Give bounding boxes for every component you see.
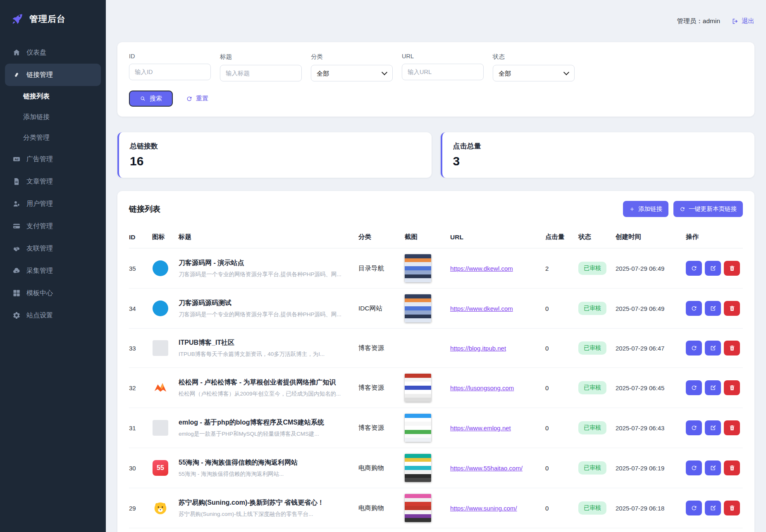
title-input[interactable] (220, 65, 302, 81)
url-input[interactable] (402, 64, 484, 80)
cell-icon (152, 260, 179, 277)
cell-created-time: 2025-07-29 06:47 (616, 345, 686, 352)
sidebar-item[interactable]: 采集管理 (0, 260, 106, 282)
sidebar-item[interactable]: 用户管理 (0, 193, 106, 215)
cell-screenshot (405, 454, 450, 482)
sidebar-item[interactable]: 分类管理 (0, 127, 106, 148)
edit-link-button[interactable] (705, 420, 721, 435)
cell-status: 已审核 (578, 341, 616, 355)
delete-link-button[interactable] (724, 380, 740, 395)
cell-status: 已审核 (578, 302, 616, 315)
cell-title: 松松网 - 卢松松博客 - 为草根创业者提供网络推广知识松松网（卢松松博客）从2… (179, 378, 358, 398)
reset-button[interactable]: 重置 (186, 95, 208, 103)
refresh-link-button[interactable] (686, 420, 702, 435)
sidebar-item[interactable]: 模板中心 (0, 282, 106, 304)
refresh-link-icon (691, 305, 697, 312)
template-icon (12, 289, 21, 297)
category-select[interactable]: 全部 (311, 65, 393, 81)
settings-icon (12, 311, 21, 320)
sidebar-item[interactable]: Ad广告管理 (0, 148, 106, 170)
search-button[interactable]: 搜索 (129, 91, 173, 107)
edit-link-button[interactable] (705, 341, 721, 355)
admin-app: 管理后台 仪表盘链接管理链接列表添加链接分类管理Ad广告管理文章管理用户管理支付… (0, 0, 766, 532)
status-select[interactable]: 全部 (493, 65, 575, 81)
edit-link-button[interactable] (705, 501, 721, 515)
cell-id: 35 (129, 265, 152, 272)
id-input[interactable] (129, 64, 211, 80)
cell-created-time: 2025-07-29 06:43 (616, 425, 686, 432)
table-header-row: ID图标标题分类截图URL点击量状态创建时间操作 (129, 227, 743, 248)
table-row: 33ITPUB博客_IT社区ITPUB博客每天千余篇博文新资讯，40多万活跃博主… (129, 329, 743, 368)
ad-icon: Ad (12, 155, 21, 163)
sidebar-item[interactable]: 链接管理 (5, 64, 101, 86)
refresh-link-button[interactable] (686, 301, 702, 316)
category-select-wrap: 全部 (311, 65, 393, 81)
sidebar-item[interactable]: 文章管理 (0, 170, 106, 193)
reset-label: 重置 (196, 95, 208, 103)
cell-clicks: 0 (545, 345, 578, 352)
link-url[interactable]: https://www.55haitao.com/ (450, 465, 545, 472)
sidebar-item[interactable]: 仪表盘 (0, 41, 106, 64)
delete-link-button[interactable] (724, 341, 740, 355)
edit-link-button[interactable] (705, 261, 721, 276)
status-badge: 已审核 (578, 341, 606, 355)
column-header: 截图 (405, 233, 450, 241)
cell-category: 博客资源 (358, 424, 405, 432)
refresh-link-button[interactable] (686, 261, 702, 276)
sidebar-item[interactable]: 支付管理 (0, 215, 106, 237)
sidebar-item-label: 模板中心 (26, 289, 53, 298)
edit-link-icon (710, 345, 716, 351)
cell-id: 33 (129, 345, 152, 352)
delete-link-button[interactable] (724, 420, 740, 435)
link-url[interactable]: https://www.dkewl.com (450, 265, 545, 272)
refresh-link-icon (691, 265, 697, 272)
sidebar-item-label: 用户管理 (26, 200, 53, 208)
filter-card: ID标题分类全部URL状态全部 搜索 重置 (117, 42, 754, 117)
sidebar-item[interactable]: 添加链接 (0, 107, 106, 127)
edit-link-button[interactable] (705, 380, 721, 395)
cell-icon (152, 340, 179, 356)
link-url[interactable]: https://www.emlog.net (450, 425, 545, 432)
sidebar-item[interactable]: 链接列表 (0, 86, 106, 107)
delete-link-button[interactable] (724, 261, 740, 276)
cell-screenshot (405, 254, 450, 282)
link-desc: ITPUB博客每天千余篇博文新资讯，40多万活跃博主，为I... (179, 351, 348, 358)
link-title: 55海淘 - 海淘族值得信赖的海淘返利网站 (179, 458, 348, 467)
cell-status: 已审核 (578, 381, 616, 394)
placeholder-icon (152, 340, 169, 356)
refresh-link-button[interactable] (686, 460, 702, 475)
delete-link-icon (729, 345, 735, 351)
url-field: URL (402, 53, 484, 81)
refresh-link-button[interactable] (686, 380, 702, 395)
edit-link-button[interactable] (705, 301, 721, 316)
delete-link-button[interactable] (724, 460, 740, 475)
cell-title: 55海淘 - 海淘族值得信赖的海淘返利网站55海淘 - 海淘族值得信赖的海淘返利… (179, 458, 358, 478)
link-url[interactable]: https://blog.itpub.net (450, 345, 545, 352)
url-label: URL (402, 53, 484, 60)
link-url[interactable]: https://www.suning.com/ (450, 505, 545, 512)
delete-link-button[interactable] (724, 301, 740, 316)
update-page-links-button[interactable]: 一键更新本页链接 (673, 201, 743, 217)
55haitao-icon: 55 (152, 460, 169, 476)
stats-row: 总链接数 16 点击总量 3 (117, 132, 754, 178)
link-icon (12, 71, 21, 79)
cell-operations (686, 261, 743, 276)
link-title: 松松网 - 卢松松博客 - 为草根创业者提供网络推广知识 (179, 378, 348, 387)
refresh-link-button[interactable] (686, 501, 702, 515)
status-badge: 已审核 (578, 421, 606, 434)
cell-title: ITPUB博客_IT社区ITPUB博客每天千余篇博文新资讯，40多万活跃博主，为… (179, 339, 358, 358)
fox-icon (153, 380, 168, 396)
svg-text:Ad: Ad (15, 158, 19, 161)
cell-screenshot (405, 374, 450, 402)
refresh-link-button[interactable] (686, 341, 702, 355)
link-url[interactable]: https://lusongsong.com (450, 384, 545, 391)
sidebar-item[interactable]: 站点设置 (0, 304, 106, 327)
add-link-button[interactable]: 添加链接 (623, 201, 668, 217)
logout-button[interactable]: 退出 (732, 17, 754, 26)
edit-link-button[interactable] (705, 460, 721, 475)
delete-link-button[interactable] (724, 501, 740, 515)
sidebar-item[interactable]: 友联管理 (0, 237, 106, 260)
link-url[interactable]: https://www.dkewl.com (450, 305, 545, 312)
cell-clicks: 0 (545, 425, 578, 432)
lion-icon (153, 500, 168, 516)
